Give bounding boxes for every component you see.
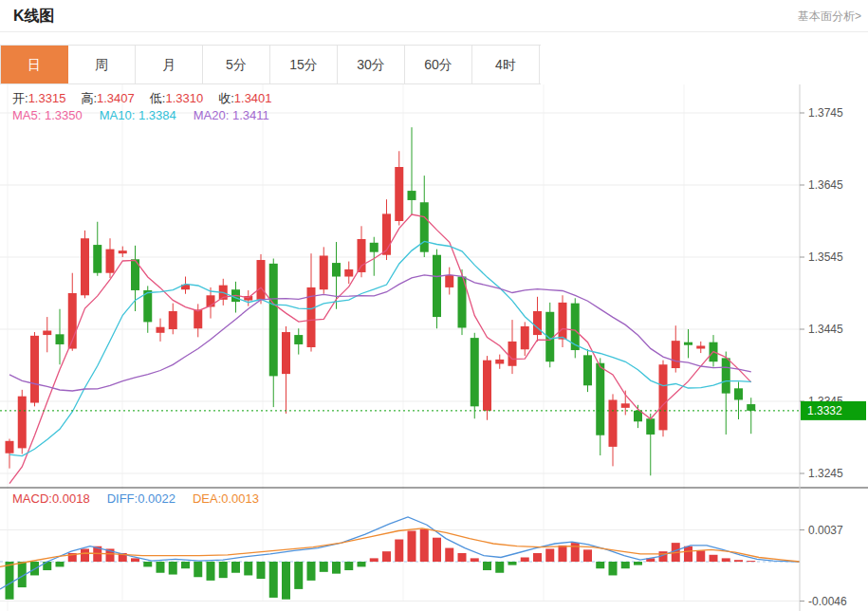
tab-4hour[interactable]: 4时 <box>472 46 540 83</box>
low-label: 低: <box>150 91 166 105</box>
page-title: K线图 <box>13 7 55 27</box>
ma5-label: MA5: <box>12 108 41 122</box>
ma20-value: 1.3411 <box>232 108 269 122</box>
price-tick-label: 1.3245 <box>808 467 843 480</box>
ma5-value: 1.3350 <box>45 108 83 122</box>
tab-15min[interactable]: 15分 <box>270 46 338 83</box>
tab-60min[interactable]: 60分 <box>405 46 472 83</box>
grid-layer <box>0 84 868 611</box>
close-label: 收: <box>218 91 234 105</box>
tab-5min[interactable]: 5分 <box>203 46 270 83</box>
ma5-readout: MA5: 1.3350 <box>12 108 83 122</box>
diff-readout: DIFF:0.0022 <box>107 491 175 506</box>
ma10-value: 1.3384 <box>139 108 176 122</box>
high-label: 高: <box>81 91 97 105</box>
axis-layer: 1.37451.36451.35451.34451.33451.32450.00… <box>800 84 847 611</box>
low-value: 1.3310 <box>165 91 203 105</box>
tab-month[interactable]: 月 <box>136 46 203 83</box>
high-value: 1.3407 <box>97 91 135 105</box>
macd-info-bar: MACD:0.0018DIFF:0.0022DEA:0.0013 <box>12 491 259 506</box>
ma10-label: MA10: <box>100 108 136 122</box>
ma-lines-layer <box>9 214 751 484</box>
price-tick-label: 1.3645 <box>808 178 843 192</box>
fundamental-analysis-link[interactable]: 基本面分析> <box>798 9 861 25</box>
ma20-label: MA20: <box>194 108 230 122</box>
price-tick-label: 1.3745 <box>808 106 843 120</box>
tab-30min[interactable]: 30分 <box>338 46 405 83</box>
last-price-tag: 1.3332 <box>0 401 866 420</box>
ohlc-info-bar: 开:1.3315高:1.3407低:1.3310收:1.3401 <box>12 90 287 107</box>
macd-readout: MACD:0.0018 <box>12 491 90 506</box>
dea-readout: DEA:0.0013 <box>193 491 259 506</box>
tab-week[interactable]: 周 <box>68 46 136 83</box>
macd-label: MACD: <box>12 491 52 506</box>
page-header: K线图 基本面分析> <box>0 0 868 32</box>
tab-day[interactable]: 日 <box>1 46 68 83</box>
ma10-readout: MA10: 1.3384 <box>100 108 176 122</box>
last-price-label: 1.3332 <box>807 404 842 417</box>
macd-value: 0.0018 <box>52 491 90 506</box>
price-tick-label: 1.3445 <box>808 323 843 336</box>
kline-chart-canvas[interactable]: 1.37451.36451.35451.34451.33451.32450.00… <box>0 84 868 611</box>
ma-info-bar: MA5: 1.3350MA10: 1.3384MA20: 1.3411 <box>12 108 269 122</box>
ma20-readout: MA20: 1.3411 <box>194 108 269 122</box>
macd-layer <box>0 517 800 600</box>
dea-label: DEA: <box>193 491 221 506</box>
diff-label: DIFF: <box>107 491 139 506</box>
interval-tabs: 日周月5分15分30分60分4时 <box>0 45 541 84</box>
dea-value: 0.0013 <box>221 491 259 506</box>
candles-layer <box>6 127 756 475</box>
kline-chart: 1.37451.36451.35451.34451.33451.32450.00… <box>0 84 868 611</box>
close-value: 1.3401 <box>234 91 272 105</box>
price-tick-label: 1.3545 <box>808 250 843 264</box>
open-value: 1.3315 <box>28 91 66 105</box>
macd-tick-label: 0.0037 <box>808 524 843 537</box>
diff-value: 0.0022 <box>138 491 175 506</box>
macd-tick-label: -0.0046 <box>808 595 847 608</box>
open-label: 开: <box>12 91 28 105</box>
